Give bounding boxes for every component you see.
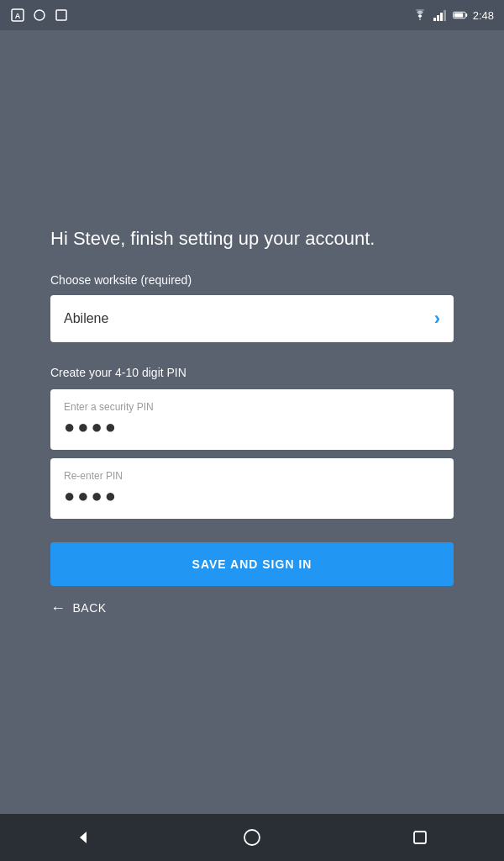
chevron-right-icon: › (434, 308, 440, 330)
status-bar-left: A (10, 8, 69, 23)
time-display: 2:48 (473, 9, 494, 22)
svg-point-2 (34, 10, 45, 20)
circle-icon (32, 8, 47, 23)
form-container: Hi Steve, finish setting up your account… (50, 228, 454, 617)
square-status-icon (54, 8, 69, 23)
nav-back-button[interactable] (63, 816, 105, 858)
back-arrow-icon: ← (50, 600, 66, 617)
svg-rect-7 (444, 10, 446, 21)
svg-marker-11 (80, 832, 87, 843)
greeting-title: Hi Steve, finish setting up your account… (50, 228, 454, 250)
signal-icon (433, 8, 448, 23)
svg-rect-3 (56, 10, 66, 20)
worksite-selector[interactable]: Abilene › (50, 295, 454, 342)
pin1-value: ●●●● (64, 416, 440, 438)
svg-rect-9 (465, 13, 467, 17)
pin-label: Create your 4-10 digit PIN (50, 366, 454, 379)
pin2-value: ●●●● (64, 485, 440, 507)
svg-point-12 (244, 830, 260, 845)
status-bar-right: 2:48 (412, 8, 494, 23)
nav-home-button[interactable] (231, 816, 273, 858)
svg-rect-5 (437, 15, 439, 21)
pin1-placeholder-label: Enter a security PIN (64, 401, 440, 413)
main-content: Hi Steve, finish setting up your account… (0, 30, 504, 814)
svg-rect-4 (433, 18, 436, 21)
battery-icon (453, 8, 468, 23)
nav-recents-button[interactable] (399, 816, 441, 858)
wifi-icon (412, 8, 428, 23)
back-label: BACK (73, 601, 107, 615)
worksite-label: Choose worksite (required) (50, 273, 454, 287)
a-icon: A (10, 8, 25, 23)
pin-input-container-2[interactable]: Re-enter PIN ●●●● (50, 458, 454, 519)
svg-text:A: A (15, 12, 21, 20)
nav-bar (0, 814, 504, 861)
svg-rect-10 (454, 13, 463, 18)
status-bar: A (0, 0, 504, 30)
pin-input-container-1[interactable]: Enter a security PIN ●●●● (50, 389, 454, 450)
back-button[interactable]: ← BACK (50, 600, 107, 617)
worksite-value: Abilene (64, 311, 108, 326)
svg-rect-13 (414, 832, 426, 843)
svg-rect-6 (440, 13, 443, 21)
save-sign-in-button[interactable]: SAVE AND SIGN IN (50, 542, 454, 586)
pin2-placeholder-label: Re-enter PIN (64, 470, 440, 482)
